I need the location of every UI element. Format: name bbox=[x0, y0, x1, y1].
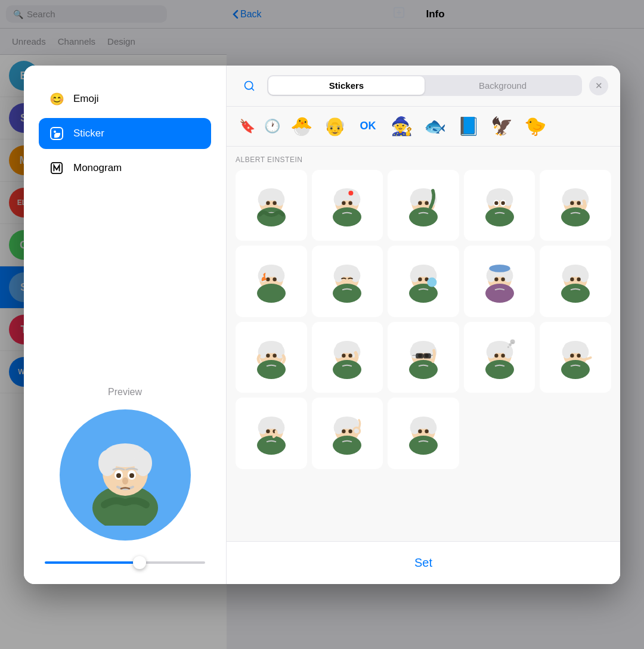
sticker-cell[interactable] bbox=[312, 246, 383, 317]
sticker-search-button[interactable] bbox=[239, 75, 260, 97]
sticker-pack-book[interactable]: 📘 bbox=[453, 111, 483, 141]
sticker-cell[interactable] bbox=[388, 322, 459, 393]
svg-point-118 bbox=[507, 346, 509, 347]
sticker-pack-einstein[interactable]: 👴 bbox=[320, 111, 349, 141]
svg-point-147 bbox=[427, 421, 436, 434]
close-button[interactable]: ✕ bbox=[589, 76, 608, 95]
svg-point-124 bbox=[562, 345, 572, 358]
sticker-toolbar: 🔖 🕐 🐣 👴 OK 🧙 🐟 📘 🦅 🐤 bbox=[227, 107, 620, 147]
menu-item-sticker-label: Sticker bbox=[73, 128, 104, 139]
menu-item-emoji[interactable]: 😊 Emoji bbox=[39, 83, 211, 114]
monogram-icon bbox=[48, 160, 65, 176]
svg-point-115 bbox=[494, 353, 498, 357]
svg-point-11 bbox=[116, 473, 121, 478]
sticker-cell[interactable] bbox=[236, 246, 307, 317]
svg-point-44 bbox=[501, 201, 504, 205]
svg-point-19 bbox=[266, 201, 270, 205]
svg-point-97 bbox=[334, 345, 343, 358]
svg-point-138 bbox=[334, 421, 343, 434]
svg-point-86 bbox=[577, 278, 581, 281]
emoji-icon: 😊 bbox=[48, 91, 65, 107]
sticker-cell[interactable] bbox=[540, 170, 611, 241]
svg-point-45 bbox=[485, 207, 514, 226]
sticker-cell[interactable] bbox=[312, 398, 383, 469]
svg-point-32 bbox=[410, 192, 420, 206]
svg-point-20 bbox=[273, 201, 276, 205]
svg-point-69 bbox=[418, 278, 422, 281]
sticker-grid: ... bbox=[236, 170, 611, 469]
recent-icon[interactable]: 🕐 bbox=[261, 116, 283, 137]
svg-point-29 bbox=[349, 191, 354, 195]
tab-background[interactable]: Background bbox=[425, 76, 581, 95]
svg-point-150 bbox=[409, 436, 438, 455]
svg-point-7 bbox=[98, 450, 116, 476]
sticker-cell[interactable] bbox=[540, 246, 611, 317]
sticker-cell[interactable] bbox=[312, 322, 383, 393]
svg-point-34 bbox=[418, 201, 422, 205]
svg-point-12 bbox=[129, 473, 134, 478]
svg-point-17 bbox=[258, 192, 267, 206]
svg-point-78 bbox=[501, 278, 504, 281]
svg-point-100 bbox=[349, 353, 352, 357]
svg-point-72 bbox=[427, 278, 436, 287]
bookmark-icon[interactable]: 🔖 bbox=[236, 116, 258, 137]
sticker-cell[interactable] bbox=[236, 322, 307, 393]
svg-point-131 bbox=[258, 421, 267, 434]
svg-point-28 bbox=[333, 207, 361, 226]
section-label: ALBERT EINSTEIN bbox=[236, 156, 611, 164]
svg-point-24 bbox=[334, 192, 343, 206]
tab-stickers[interactable]: Stickers bbox=[268, 76, 425, 95]
svg-point-142 bbox=[333, 436, 361, 455]
menu-item-emoji-label: Emoji bbox=[73, 93, 99, 105]
svg-point-63 bbox=[351, 269, 361, 282]
svg-point-101 bbox=[333, 360, 361, 379]
svg-point-127 bbox=[577, 353, 581, 357]
menu-item-sticker[interactable]: Sticker bbox=[39, 118, 211, 149]
sticker-pack-eagle[interactable]: 🦅 bbox=[487, 111, 516, 141]
svg-point-8 bbox=[134, 450, 152, 476]
svg-point-56 bbox=[275, 269, 284, 282]
sticker-pack-duck[interactable]: 🐤 bbox=[520, 111, 550, 141]
svg-point-27 bbox=[349, 201, 352, 205]
svg-point-126 bbox=[570, 353, 574, 357]
svg-point-48 bbox=[562, 192, 572, 206]
sticker-icon bbox=[48, 125, 65, 142]
menu-item-monogram-label: Monogram bbox=[73, 162, 122, 174]
sticker-cell[interactable] bbox=[388, 398, 459, 469]
svg-point-13 bbox=[122, 477, 128, 485]
svg-point-148 bbox=[418, 430, 422, 433]
menu-item-monogram[interactable]: Monogram bbox=[39, 153, 211, 184]
svg-point-117 bbox=[485, 360, 514, 379]
set-button[interactable]: Set bbox=[239, 551, 608, 575]
svg-point-84 bbox=[580, 269, 589, 282]
svg-point-87 bbox=[561, 284, 590, 303]
tab-group: Stickers Background bbox=[267, 75, 582, 96]
sticker-pack-chick[interactable]: 🐣 bbox=[286, 111, 316, 141]
svg-point-62 bbox=[334, 269, 343, 282]
svg-point-35 bbox=[425, 201, 428, 205]
size-slider[interactable] bbox=[45, 561, 205, 564]
svg-point-67 bbox=[410, 269, 420, 282]
sticker-cell[interactable] bbox=[388, 246, 459, 317]
preview-label: Preview bbox=[108, 387, 142, 398]
svg-point-141 bbox=[349, 430, 352, 433]
svg-point-59 bbox=[257, 284, 286, 303]
svg-point-99 bbox=[342, 353, 346, 357]
svg-point-140 bbox=[342, 430, 346, 433]
sticker-cell[interactable] bbox=[540, 322, 611, 393]
sticker-cell[interactable] bbox=[388, 170, 459, 241]
sticker-cell[interactable] bbox=[464, 170, 535, 241]
sticker-cell[interactable] bbox=[236, 170, 307, 241]
svg-rect-109 bbox=[423, 353, 431, 358]
sticker-cell[interactable]: ... bbox=[464, 322, 535, 393]
preview-circle bbox=[60, 409, 191, 541]
sticker-cell[interactable] bbox=[236, 398, 307, 469]
sticker-cell[interactable] bbox=[464, 246, 535, 317]
svg-point-149 bbox=[425, 430, 428, 433]
sticker-cell[interactable] bbox=[312, 170, 383, 241]
sticker-pack-fish[interactable]: 🐟 bbox=[420, 111, 450, 141]
sticker-pack-wizard[interactable]: 🧙 bbox=[386, 111, 416, 141]
svg-point-64 bbox=[333, 284, 361, 303]
sticker-pack-ok[interactable]: OK bbox=[353, 111, 383, 141]
svg-point-51 bbox=[577, 201, 581, 205]
